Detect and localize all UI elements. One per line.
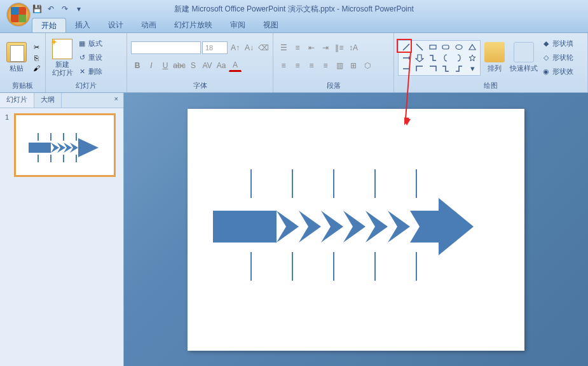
shape-outline-button[interactable]: ◇形状轮 (542, 52, 573, 64)
shape-rect[interactable] (427, 42, 439, 52)
slides-panel: 幻灯片 大纲 × 1 (0, 93, 124, 366)
shape-options: ◆形状填 ◇形状轮 ◉形状效 (542, 38, 573, 78)
decrease-indent-button[interactable]: ⇤ (305, 41, 318, 54)
slide-canvas[interactable] (188, 109, 524, 351)
title-bar: 💾 ↶ ↷ ▾ 新建 Microsoft Office PowerPoint 演… (0, 0, 588, 18)
shape-star[interactable] (466, 53, 479, 63)
save-icon[interactable]: 💾 (32, 4, 42, 14)
group-slides-label: 幻灯片 (50, 81, 123, 91)
svg-marker-37 (343, 211, 366, 243)
shape-fill-icon: ◆ (542, 39, 550, 48)
reset-button[interactable]: ↺重设 (78, 52, 102, 64)
tab-home[interactable]: 开始 (32, 18, 66, 32)
shape-connector4[interactable] (440, 64, 453, 74)
shape-more[interactable]: ▾ (466, 64, 479, 74)
quick-styles-label: 快速样式 (510, 64, 538, 73)
strikethrough-button[interactable]: abc (173, 59, 186, 72)
align-right-button[interactable]: ≡ (305, 59, 318, 72)
shape-brace[interactable] (440, 53, 453, 63)
bullets-button[interactable]: ☰ (277, 41, 290, 54)
char-spacing-button[interactable]: AV (201, 59, 214, 72)
tab-insert[interactable]: 插入 (66, 18, 99, 32)
line-spacing-button[interactable]: ‖≡ (333, 41, 346, 54)
shape-triangle[interactable] (466, 42, 479, 52)
shadow-button[interactable]: S (187, 59, 200, 72)
shape-effects-button[interactable]: ◉形状效 (542, 66, 573, 78)
new-slide-icon (52, 39, 72, 59)
tab-review[interactable]: 审阅 (221, 18, 254, 32)
paste-button[interactable]: 粘贴 (4, 37, 29, 79)
bold-button[interactable]: B (131, 59, 144, 72)
group-paragraph: ☰ ≡ ⇤ ⇥ ‖≡ ↕A ≡ ≡ ≡ ≡ ▥ ⊞ ⬡ 段落 (273, 33, 394, 92)
delete-button[interactable]: ✕删除 (78, 66, 102, 78)
slide-thumbnail-1[interactable] (14, 113, 116, 177)
qat-dropdown-icon[interactable]: ▾ (74, 4, 84, 14)
paste-label: 粘贴 (10, 64, 24, 73)
shape-connector5[interactable] (453, 64, 465, 74)
justify-button[interactable]: ≡ (319, 59, 332, 72)
grow-font-button[interactable]: A↑ (229, 41, 242, 54)
panel-tab-outline[interactable]: 大纲 (34, 93, 62, 108)
shape-line[interactable] (400, 42, 413, 52)
quick-styles-button[interactable]: 快速样式 (509, 37, 539, 79)
tab-animations[interactable]: 动画 (132, 18, 165, 32)
underline-button[interactable]: U (159, 59, 172, 72)
layout-icon: ▦ (78, 39, 86, 48)
tab-slideshow[interactable]: 幻灯片放映 (165, 18, 221, 32)
italic-button[interactable]: I (145, 59, 158, 72)
svg-marker-7 (409, 56, 411, 60)
new-slide-label: 新建 幻灯片 (52, 60, 73, 76)
ribbon-tabs: 开始 插入 设计 动画 幻灯片放映 审阅 视图 (0, 18, 588, 33)
shape-diag-line[interactable] (413, 42, 426, 52)
tab-design[interactable]: 设计 (99, 18, 132, 32)
group-slides: 新建 幻灯片 ▦版式 ↺重设 ✕删除 幻灯片 (46, 33, 127, 92)
group-font: A↑ A↓ ⌫ B I U abc S AV Aa A 字体 (127, 33, 273, 92)
font-family-select[interactable] (131, 41, 201, 54)
quick-styles-icon (514, 42, 534, 62)
quick-access-toolbar: 💾 ↶ ↷ ▾ (32, 4, 84, 14)
smartart-button[interactable]: ⬡ (361, 59, 374, 72)
shape-connector1[interactable] (400, 64, 413, 74)
shapes-gallery[interactable]: ▾ (398, 40, 481, 76)
shrink-font-button[interactable]: A↓ (243, 41, 256, 54)
align-left-button[interactable]: ≡ (277, 59, 290, 72)
svg-marker-19 (51, 143, 59, 153)
copy-icon[interactable]: ⎘ (32, 53, 41, 62)
group-drawing: ▾ 排列 快速样式 ◆形状填 ◇形状轮 ◉形状效 绘图 (394, 33, 588, 92)
columns-button[interactable]: ▥ (333, 59, 346, 72)
clear-format-button[interactable]: ⌫ (257, 41, 270, 54)
svg-marker-9 (469, 55, 475, 61)
shape-arrow-down[interactable] (413, 53, 426, 63)
office-button[interactable] (6, 3, 31, 27)
text-direction-button[interactable]: ↕A (347, 41, 360, 54)
cut-icon[interactable]: ✂ (32, 43, 41, 52)
font-color-button[interactable]: A (229, 59, 242, 72)
arrange-button[interactable]: 排列 (483, 37, 506, 79)
change-case-button[interactable]: Aa (215, 59, 228, 72)
ribbon: 粘贴 ✂ ⎘ 🖌 剪贴板 新建 幻灯片 ▦版式 ↺重设 ✕删除 幻灯片 (0, 33, 588, 93)
shape-connector3[interactable] (427, 64, 439, 74)
numbering-button[interactable]: ≡ (291, 41, 304, 54)
shape-elbow[interactable] (427, 53, 439, 63)
shape-connector2[interactable] (413, 64, 426, 74)
shape-oval[interactable] (453, 42, 465, 52)
shape-roundrect[interactable] (440, 42, 453, 52)
slide-editor[interactable] (124, 93, 588, 366)
panel-close-button[interactable]: × (109, 93, 123, 108)
font-size-select[interactable] (202, 41, 228, 54)
panel-tab-slides[interactable]: 幻灯片 (0, 93, 34, 108)
shape-brace-right[interactable] (453, 53, 465, 63)
thumbnail-list: 1 (0, 108, 123, 182)
tab-view[interactable]: 视图 (254, 18, 287, 32)
group-paragraph-label: 段落 (277, 81, 390, 91)
undo-icon[interactable]: ↶ (46, 4, 56, 14)
layout-button[interactable]: ▦版式 (78, 38, 102, 50)
redo-icon[interactable]: ↷ (60, 4, 70, 14)
new-slide-button[interactable]: 新建 幻灯片 (50, 37, 75, 79)
shape-fill-button[interactable]: ◆形状填 (542, 38, 573, 50)
align-center-button[interactable]: ≡ (291, 59, 304, 72)
shape-arrow-right[interactable] (400, 53, 413, 63)
align-text-button[interactable]: ⊞ (347, 59, 360, 72)
increase-indent-button[interactable]: ⇥ (319, 41, 332, 54)
format-painter-icon[interactable]: 🖌 (32, 64, 41, 73)
